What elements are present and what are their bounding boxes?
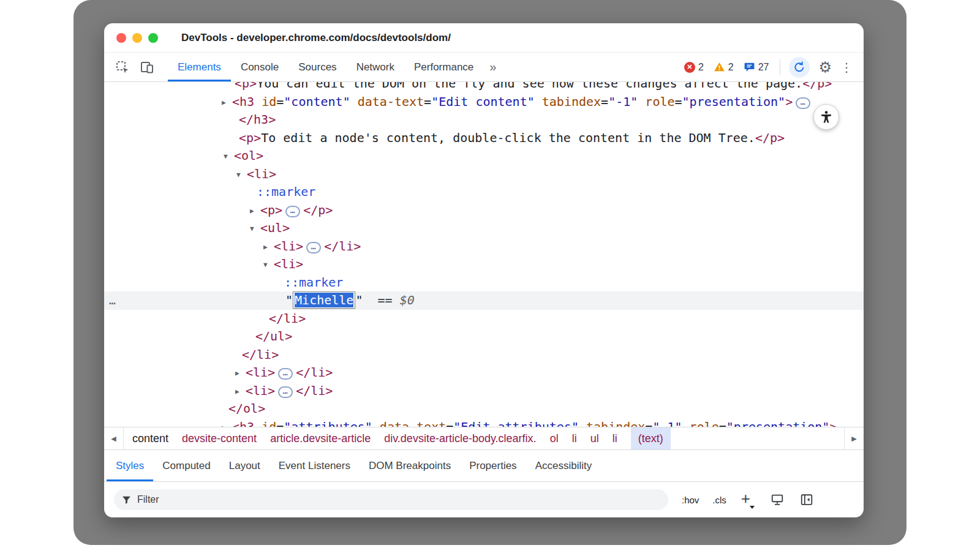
error-badge[interactable]: ✕ 2 bbox=[684, 62, 704, 73]
row-actions-ellipsis-icon[interactable]: … bbox=[109, 291, 117, 310]
collapsed-content-ellipsis-icon[interactable]: … bbox=[278, 368, 293, 380]
toggle-sidebar-icon[interactable] bbox=[800, 493, 813, 506]
toolbar-divider bbox=[780, 59, 780, 75]
panel-tab-dom-breakpoints[interactable]: DOM Breakpoints bbox=[360, 450, 460, 481]
panel-tab-computed[interactable]: Computed bbox=[153, 450, 219, 481]
dom-tree-row[interactable]: ::marker bbox=[104, 183, 864, 201]
code-token: = bbox=[645, 419, 652, 427]
dom-tree-row[interactable]: ▶<h3 id="attributes" data-text="Edit att… bbox=[104, 418, 864, 427]
toggle-element-classes-button[interactable]: .cls bbox=[712, 495, 726, 505]
expand-arrow-icon[interactable]: ▶ bbox=[235, 364, 246, 383]
filter-field[interactable] bbox=[114, 489, 668, 510]
breadcrumb-item[interactable]: article.devsite-article bbox=[270, 427, 371, 449]
panel-tab-layout[interactable]: Layout bbox=[220, 450, 270, 481]
code-token: <h3 bbox=[232, 94, 254, 109]
collapse-arrow-icon[interactable]: ▼ bbox=[224, 148, 234, 166]
active-extension-icon[interactable] bbox=[789, 57, 810, 78]
code-token: > bbox=[829, 419, 837, 427]
code-token: </li> bbox=[269, 311, 306, 326]
dom-tree-row[interactable]: ▼<li> bbox=[104, 165, 864, 184]
dom-tree-row[interactable]: </li> bbox=[104, 310, 864, 328]
dom-tree-row[interactable]: ▶<li>…</li> bbox=[104, 364, 864, 382]
tab-performance[interactable]: Performance bbox=[404, 53, 483, 81]
warning-badge[interactable]: 2 bbox=[714, 61, 734, 73]
kebab-menu-icon[interactable]: ⋮ bbox=[840, 60, 853, 75]
issues-badge[interactable]: 27 bbox=[744, 61, 769, 73]
toggle-hover-state-button[interactable]: :hov bbox=[682, 495, 699, 505]
expand-arrow-icon[interactable]: ▶ bbox=[222, 419, 232, 427]
expand-arrow-icon[interactable]: ▶ bbox=[235, 383, 246, 401]
code-token: </ol> bbox=[228, 401, 265, 416]
funnel-icon bbox=[121, 495, 132, 505]
code-token: </li> bbox=[242, 347, 279, 362]
accessibility-person-icon bbox=[819, 110, 834, 124]
accessibility-overlay-button[interactable] bbox=[813, 104, 839, 130]
dom-tree-row[interactable]: ▼<li> bbox=[104, 255, 864, 274]
collapse-arrow-icon[interactable]: ▼ bbox=[236, 166, 247, 184]
tab-console[interactable]: Console bbox=[231, 53, 288, 81]
breadcrumb-item[interactable]: (text) bbox=[631, 427, 671, 449]
code-token: <h3 bbox=[232, 419, 254, 427]
more-tabs-chevron-icon[interactable]: » bbox=[489, 60, 496, 74]
panel-tab-event-listeners[interactable]: Event Listeners bbox=[270, 450, 360, 481]
tab-elements[interactable]: Elements bbox=[168, 53, 231, 81]
panel-tab-styles[interactable]: Styles bbox=[107, 450, 153, 481]
tab-network[interactable]: Network bbox=[347, 53, 404, 81]
inline-edit-box[interactable]: Michelle bbox=[293, 291, 355, 309]
breadcrumb-item[interactable]: ul bbox=[590, 427, 599, 449]
code-token: </p> bbox=[303, 203, 333, 217]
collapsed-content-ellipsis-icon[interactable]: … bbox=[278, 386, 293, 398]
warning-count: 2 bbox=[728, 62, 734, 73]
code-token: = bbox=[424, 94, 431, 109]
expand-arrow-icon[interactable]: ▶ bbox=[222, 94, 232, 112]
dom-tree-row[interactable]: <p>To edit a node's content, double-clic… bbox=[104, 129, 864, 148]
expand-arrow-icon[interactable]: ▶ bbox=[263, 238, 274, 257]
dom-tree-row[interactable]: ▶<li>…</li> bbox=[104, 238, 864, 256]
new-style-rule-button[interactable]: + bbox=[741, 490, 755, 509]
filter-input[interactable] bbox=[137, 494, 661, 505]
dom-tree-row[interactable]: ::marker bbox=[104, 274, 864, 292]
dom-tree-row-selected[interactable]: …"Michelle" == $0 bbox=[104, 291, 864, 310]
code-token: To edit a node's content, double-click t… bbox=[261, 130, 755, 145]
code-token: </li> bbox=[324, 239, 361, 254]
dom-tree-row[interactable]: ▼<ul> bbox=[104, 219, 864, 238]
dom-tree-row[interactable]: ▶<p>…</p> bbox=[104, 201, 864, 220]
settings-gear-icon[interactable]: ⚙ bbox=[818, 60, 832, 75]
minimize-button[interactable] bbox=[132, 33, 142, 43]
dom-tree-row[interactable]: </li> bbox=[104, 346, 864, 364]
breadcrumb-item[interactable]: div.devsite-article-body.clearfix. bbox=[384, 427, 536, 449]
dom-tree-row[interactable]: <p>You can edit the DOM on the fly and s… bbox=[104, 82, 864, 93]
dom-tree-row[interactable]: ▼<ol> bbox=[104, 147, 864, 165]
breadcrumb-item[interactable]: ol bbox=[550, 427, 559, 449]
tab-sources[interactable]: Sources bbox=[288, 53, 346, 81]
rendering-emulation-icon[interactable] bbox=[771, 493, 784, 506]
devtools-window: DevTools - developer.chrome.com/docs/dev… bbox=[104, 23, 864, 517]
breadcrumb-item[interactable]: content bbox=[132, 427, 168, 449]
zoom-button[interactable] bbox=[148, 33, 158, 43]
collapse-arrow-icon[interactable]: ▼ bbox=[250, 220, 260, 238]
breadcrumb-item[interactable]: li bbox=[612, 427, 617, 449]
panel-tab-accessibility[interactable]: Accessibility bbox=[526, 450, 601, 481]
dom-tree-row[interactable]: </ul> bbox=[104, 328, 864, 346]
collapsed-content-ellipsis-icon[interactable]: … bbox=[306, 242, 321, 254]
breadcrumb-scroll-right-icon[interactable]: ▶ bbox=[844, 427, 864, 449]
expand-arrow-icon[interactable]: ▶ bbox=[250, 202, 260, 220]
code-token: " bbox=[285, 293, 293, 307]
inspect-element-icon[interactable] bbox=[115, 59, 130, 75]
titlebar: DevTools - developer.chrome.com/docs/dev… bbox=[104, 23, 864, 53]
panel-tab-properties[interactable]: Properties bbox=[460, 450, 526, 481]
collapse-arrow-icon[interactable]: ▼ bbox=[263, 256, 274, 274]
collapsed-content-ellipsis-icon[interactable]: … bbox=[796, 97, 810, 109]
code-token: <li> bbox=[274, 257, 303, 271]
collapsed-content-ellipsis-icon[interactable]: … bbox=[285, 206, 300, 217]
close-button[interactable] bbox=[116, 33, 126, 43]
breadcrumb-item[interactable]: devsite-content bbox=[182, 427, 257, 449]
dom-tree-row[interactable]: </ol> bbox=[104, 400, 864, 418]
breadcrumb-item[interactable]: li bbox=[572, 427, 577, 449]
code-token: " bbox=[355, 293, 363, 307]
dom-tree-row[interactable]: ▶<li>…</li> bbox=[104, 382, 864, 400]
breadcrumb-scroll-left-icon[interactable]: ◀ bbox=[104, 427, 124, 449]
dom-tree-row[interactable]: </h3> bbox=[104, 111, 864, 129]
dom-tree-row[interactable]: ▶<h3 id="content" data-text="Edit conten… bbox=[104, 93, 864, 111]
device-toolbar-icon[interactable] bbox=[139, 59, 155, 75]
